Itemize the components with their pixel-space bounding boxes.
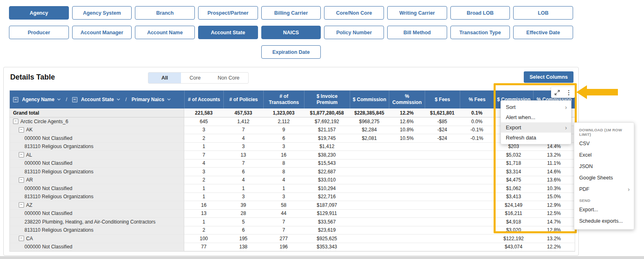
- filter-button-bill-method[interactable]: Bill Method: [387, 26, 447, 39]
- value-cell: $7,692,192: [304, 117, 350, 126]
- submenu-item-pdf[interactable]: PDF›: [574, 184, 634, 195]
- filter-button-transaction-type[interactable]: Transaction Type: [450, 26, 510, 39]
- table-row: 813110 Religious Organizations267$23,619…: [10, 226, 575, 235]
- value-cell: [460, 218, 494, 226]
- value-cell: 3: [223, 193, 263, 201]
- collapse-icon[interactable]: −: [19, 202, 24, 208]
- kebab-menu-icon[interactable]: ⋮: [565, 88, 573, 97]
- collapse-icon[interactable]: −: [13, 119, 18, 124]
- filter-button-producer[interactable]: Producer: [9, 26, 69, 39]
- value-cell: 1: [184, 218, 223, 226]
- table-row: 813110 Religious Organizations133$22,716…: [10, 193, 575, 201]
- chevron-down-icon[interactable]: [57, 98, 61, 101]
- value-cell: -$24: [425, 134, 460, 143]
- filter-button-writing-carrier[interactable]: Writing Carrier: [387, 6, 447, 20]
- column-header-of-accounts[interactable]: # of Accounts: [184, 91, 223, 108]
- select-columns-button[interactable]: Select Columns: [524, 71, 573, 83]
- value-cell: -$24: [425, 126, 460, 135]
- tab-core[interactable]: Core: [181, 73, 209, 83]
- submenu-item-schedule-exports[interactable]: Schedule exports...: [574, 215, 634, 227]
- collapse-icon[interactable]: −: [19, 177, 24, 183]
- filter-button-core-non-core[interactable]: Core/Non Core: [324, 6, 384, 20]
- collapse-icon[interactable]: −: [19, 127, 24, 133]
- filter-button-agency-system[interactable]: Agency System: [72, 6, 132, 20]
- collapse-icon[interactable]: −: [19, 152, 24, 157]
- value-cell: 100: [184, 235, 223, 243]
- row-label: AR: [26, 177, 33, 183]
- chevron-down-icon[interactable]: [117, 98, 120, 101]
- table-row: −AR244$33,010$4,47513.6%: [10, 176, 575, 185]
- menu-item-export[interactable]: Export›: [501, 122, 571, 133]
- expand-icon[interactable]: [553, 88, 562, 97]
- value-cell: $5,032: [494, 151, 533, 159]
- filter-button-account-state[interactable]: Account State: [198, 26, 258, 39]
- collapse-all-icon[interactable]: −: [13, 97, 18, 102]
- value-cell: [350, 243, 389, 252]
- submenu-item-csv[interactable]: CSV: [574, 138, 634, 149]
- filter-button-expiration-date[interactable]: Expiration Date: [261, 45, 321, 59]
- filter-button-prospect-partner[interactable]: Prospect/Partner: [198, 6, 258, 20]
- value-cell: $22,687: [304, 168, 350, 176]
- row-label: 000000 Not Classified: [24, 244, 72, 250]
- annotation-arrow-head: [576, 85, 587, 99]
- submenu-item-excel[interactable]: Excel: [574, 149, 634, 161]
- submenu-item-export[interactable]: Export...: [574, 204, 634, 215]
- value-cell: [389, 243, 425, 252]
- tab-all[interactable]: All: [148, 73, 181, 83]
- export-submenu: DOWNLOAD (1M ROW LIMIT)CSVExcelJSONGoogl…: [574, 122, 634, 230]
- menu-item-label: Alert when...: [506, 114, 535, 120]
- column-header-fees[interactable]: % Fees: [460, 91, 494, 108]
- column-header-commission[interactable]: % Commission: [389, 91, 425, 108]
- value-cell: 138: [223, 243, 263, 252]
- collapse-all-icon[interactable]: −: [72, 97, 77, 102]
- menu-item-alert-when[interactable]: Alert when...: [501, 112, 571, 122]
- filter-button-effective-date[interactable]: Effective Date: [513, 26, 573, 39]
- value-cell: 13.2%: [533, 235, 575, 243]
- column-header-fees[interactable]: $ Fees: [425, 91, 460, 108]
- value-cell: 12.5%: [533, 210, 575, 218]
- options-menu: Sort›Alert when...Export›Refresh data: [501, 100, 571, 144]
- table-row: Grand total221,583457,5331,323,003$1,877…: [10, 108, 575, 117]
- collapse-icon[interactable]: −: [19, 236, 24, 241]
- value-cell: 77: [184, 243, 223, 252]
- filter-button-branch[interactable]: Branch: [135, 6, 195, 20]
- filter-button-agency[interactable]: Agency: [9, 6, 69, 20]
- column-header-invoice-premium[interactable]: $ Invoice Premium: [304, 91, 350, 108]
- value-cell: 13.6%: [533, 176, 575, 185]
- submenu-item-label: JSON: [579, 164, 593, 169]
- menu-item-sort[interactable]: Sort›: [501, 102, 571, 112]
- value-cell: 4: [184, 159, 223, 168]
- value-cell: -0.1%: [460, 126, 494, 135]
- value-cell: 7: [184, 151, 223, 159]
- value-cell: 6: [263, 134, 304, 143]
- value-cell: 7: [263, 226, 304, 235]
- value-cell: $1,062: [494, 184, 533, 193]
- chevron-down-icon[interactable]: [167, 98, 171, 101]
- column-header-commission[interactable]: $ Commission: [350, 91, 389, 108]
- filter-button-billing-carrier[interactable]: Billing Carrier: [261, 6, 321, 20]
- filter-button-lob[interactable]: LOB: [513, 6, 573, 20]
- value-cell: 3: [263, 143, 304, 151]
- filter-button-account-manager[interactable]: Account Manager: [72, 26, 132, 39]
- column-group-header: −Agency Name/−Account State/Primary Naic…: [10, 91, 184, 108]
- filter-button-account-name[interactable]: Account Name: [135, 26, 195, 39]
- filter-button-naics[interactable]: NAICS: [261, 26, 321, 39]
- submenu-item-json[interactable]: JSON: [574, 161, 634, 172]
- menu-item-label: Export: [506, 124, 521, 131]
- value-cell: [350, 210, 389, 218]
- value-cell: 12.9%: [533, 201, 575, 210]
- filter-button-policy-number[interactable]: Policy Number: [324, 26, 384, 39]
- tab-non-core[interactable]: Non Core: [209, 73, 248, 83]
- value-cell: $129,911: [304, 210, 350, 218]
- menu-item-refresh-data[interactable]: Refresh data: [501, 133, 571, 143]
- submenu-item-google-sheets[interactable]: Google Sheets: [574, 172, 634, 184]
- filter-button-broad-lob[interactable]: Broad LOB: [450, 6, 510, 20]
- row-label-cell: 238220 Plumbing, Heating, and Air-Condit…: [10, 218, 184, 226]
- column-header-of-policies[interactable]: # of Policies: [223, 91, 263, 108]
- header-label: Primary Naics: [132, 97, 164, 103]
- column-header-of-transactions[interactable]: # of Transactions: [263, 91, 304, 108]
- value-cell: 7: [223, 126, 263, 135]
- row-label: 000000 Not Classified: [24, 186, 72, 191]
- value-cell: $24,149: [494, 201, 533, 210]
- value-cell: 3: [184, 126, 223, 135]
